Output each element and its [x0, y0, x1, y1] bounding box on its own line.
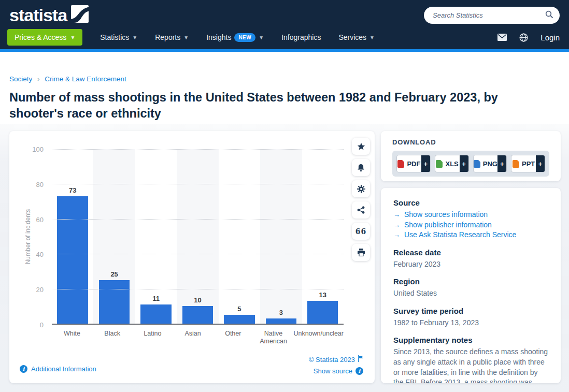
globe-icon[interactable] [519, 33, 528, 42]
chart-column: 5 [219, 149, 260, 324]
supplementary-notes-text: Since 2013, the source defines a mass sh… [393, 347, 548, 383]
category-label: Native American [253, 330, 294, 345]
statista-copyright-link[interactable]: © Statista 2023 [309, 355, 363, 364]
share-button[interactable] [352, 201, 370, 219]
nav-statistics[interactable]: Statistics ▼ [100, 33, 137, 41]
gridline [52, 254, 344, 254]
nav-infographics[interactable]: Infographics [281, 33, 321, 41]
region-title: Region [393, 277, 548, 286]
chart-column: 3 [260, 149, 302, 324]
ppt-plus-icon[interactable]: + [536, 155, 545, 172]
breadcrumb-crime-law[interactable]: Crime & Law Enforcement [45, 75, 126, 83]
y-tick-label: 80 [36, 180, 44, 188]
notification-bell-button[interactable] [352, 159, 370, 176]
bar-black[interactable] [99, 280, 130, 324]
y-tick-label: 60 [36, 215, 44, 223]
show-source-link[interactable]: Show source i [314, 367, 363, 375]
bar-other[interactable] [224, 315, 255, 324]
category-label: Asian [173, 330, 213, 345]
bar-asian[interactable] [182, 306, 214, 324]
gridline [52, 219, 344, 220]
citation-quote-button[interactable]: 66 [352, 223, 370, 240]
nav-reports[interactable]: Reports ▼ [155, 33, 189, 41]
arrow-right-icon: → [393, 230, 400, 240]
bar-white[interactable] [57, 196, 88, 324]
x-axis-labels: WhiteBlackLatinoAsianOtherNative America… [52, 330, 344, 345]
content-area: Number of incidents 020406080100 7325111… [0, 124, 569, 392]
download-pdf-button[interactable]: PDF + [396, 155, 431, 172]
region-value: United States [393, 288, 548, 299]
prices-access-button[interactable]: Prices & Access ▼ [7, 29, 82, 46]
chevron-down-icon: ▼ [70, 35, 75, 40]
bar-unknown-unclear[interactable] [307, 301, 338, 324]
flag-icon [358, 355, 363, 364]
print-button[interactable] [352, 244, 370, 261]
y-tick-label: 40 [36, 251, 44, 258]
xls-file-icon [436, 160, 443, 168]
ppt-file-icon [513, 160, 519, 168]
y-axis: 020406080100 [28, 149, 48, 325]
chevron-down-icon: ▼ [259, 35, 264, 40]
login-link[interactable]: Login [540, 33, 560, 42]
breadcrumb: Society › Crime & Law Enforcement [9, 75, 560, 83]
settings-gear-button[interactable] [352, 180, 370, 197]
chevron-down-icon: ▼ [183, 35, 189, 40]
bar-native-american[interactable] [266, 318, 297, 324]
statista-logo[interactable]: statista [9, 6, 67, 24]
gridline [52, 149, 344, 150]
y-tick-label: 20 [36, 286, 44, 294]
bar-value-label: 5 [219, 305, 260, 313]
page-title: Number of mass shootings in the United S… [9, 90, 534, 122]
y-tick-label: 0 [40, 321, 44, 329]
nav-services[interactable]: Services ▼ [338, 33, 375, 41]
download-ppt-button[interactable]: PPT + [511, 155, 545, 172]
chart-column: 11 [135, 149, 177, 324]
download-png-button[interactable]: PNG + [473, 155, 507, 172]
nav-insights[interactable]: Insights NEW ▼ [206, 33, 264, 42]
search-icon[interactable] [545, 10, 553, 21]
category-label: Unknown/unclear [293, 330, 344, 345]
breadcrumb-society[interactable]: Society [9, 75, 32, 83]
show-sources-link[interactable]: → Show sources information [393, 210, 548, 220]
chart-column: 13 [302, 149, 344, 324]
source-section-title: Source [393, 198, 548, 207]
category-label: Other [213, 330, 253, 345]
download-title: DOWNLOAD [392, 138, 549, 146]
y-tick-label: 100 [32, 146, 44, 153]
prices-access-label: Prices & Access [15, 33, 66, 41]
download-xls-button[interactable]: XLS + [435, 155, 469, 172]
bar-value-label: 11 [135, 295, 177, 302]
gridline [52, 184, 344, 184]
chevron-down-icon: ▼ [132, 35, 137, 40]
pdf-plus-icon[interactable]: + [421, 155, 430, 172]
arrow-right-icon: → [393, 210, 400, 220]
arrow-right-icon: → [393, 220, 400, 230]
chart-column: 73 [52, 149, 93, 324]
bar-chart: 732511105313 [52, 149, 344, 325]
png-plus-icon[interactable]: + [497, 155, 506, 172]
category-label: Black [92, 330, 133, 345]
release-date-title: Release date [393, 248, 548, 257]
bar-latino[interactable] [140, 304, 172, 324]
search-input[interactable] [433, 11, 545, 19]
gridline [52, 289, 344, 289]
ask-statista-link[interactable]: → Use Ask Statista Research Service [393, 230, 548, 240]
pdf-file-icon [397, 160, 404, 168]
new-badge: NEW [234, 33, 255, 42]
search-box[interactable] [424, 7, 560, 24]
statista-logo-icon [71, 5, 89, 25]
release-date-value: February 2023 [393, 259, 548, 270]
chart-toolbar: 66 [352, 138, 370, 261]
png-image-icon [474, 160, 480, 168]
chart-card: Number of incidents 020406080100 7325111… [9, 131, 375, 383]
show-publisher-link[interactable]: → Show publisher information [393, 220, 548, 230]
breadcrumb-separator: › [37, 75, 40, 83]
category-label: White [52, 330, 92, 345]
chart-column: 10 [177, 149, 218, 324]
favorite-star-button[interactable] [352, 138, 370, 155]
mail-icon[interactable] [497, 34, 507, 41]
download-card: DOWNLOAD PDF + XLS + PNG + PPT + [381, 131, 561, 181]
download-buttons: PDF + XLS + PNG + PPT + [392, 151, 549, 177]
additional-information-link[interactable]: i Additional Information [20, 365, 96, 373]
xls-plus-icon[interactable]: + [460, 155, 468, 172]
